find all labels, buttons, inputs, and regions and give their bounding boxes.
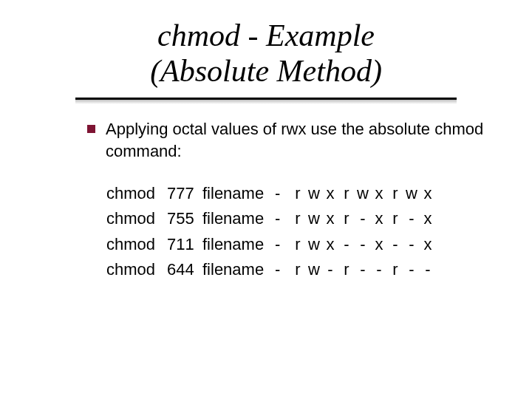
cmd-text: chmod bbox=[106, 206, 167, 231]
file-text: filename bbox=[202, 181, 275, 206]
example-row: chmod 755 filename - r w x r - x r - x bbox=[106, 206, 497, 231]
file-text: filename bbox=[202, 232, 275, 257]
perm-char: r bbox=[338, 257, 355, 282]
perm-char: r bbox=[290, 206, 306, 231]
perm-char: x bbox=[322, 206, 338, 231]
perm-char: w bbox=[403, 181, 420, 206]
perm-char: r bbox=[387, 257, 403, 282]
lead-text: Applying octal values of rwx use the abs… bbox=[106, 118, 497, 162]
perm-char: w bbox=[306, 257, 322, 282]
type-dash: - bbox=[275, 232, 290, 257]
title-line-2: (Absolute Method) bbox=[150, 54, 382, 88]
type-dash: - bbox=[275, 206, 290, 231]
lead-bullet-row: Applying octal values of rwx use the abs… bbox=[87, 118, 497, 162]
slide-title: chmod - Example (Absolute Method) bbox=[0, 18, 532, 89]
perm-char: w bbox=[355, 181, 371, 206]
example-row: chmod 711 filename - r w x - - x - - x bbox=[106, 232, 497, 257]
perm-char: x bbox=[322, 232, 338, 257]
perm-char: w bbox=[306, 206, 322, 231]
perm-char: r bbox=[338, 181, 355, 206]
perm-char: x bbox=[371, 206, 387, 231]
perm-char: x bbox=[322, 181, 338, 206]
perm-char: - bbox=[355, 206, 371, 231]
perm-char: w bbox=[306, 181, 322, 206]
perm-char: - bbox=[403, 257, 420, 282]
perm-char: - bbox=[403, 232, 420, 257]
perm-char: x bbox=[420, 206, 436, 231]
slide: chmod - Example (Absolute Method) Applyi… bbox=[0, 0, 532, 399]
perm-char: - bbox=[338, 232, 355, 257]
perm-char: r bbox=[290, 257, 306, 282]
examples-block: chmod 777 filename - r w x r w x r w x c… bbox=[106, 181, 497, 282]
mode-text: 711 bbox=[167, 232, 202, 257]
perm-char: r bbox=[387, 181, 403, 206]
slide-body: Applying octal values of rwx use the abs… bbox=[87, 118, 497, 282]
perm-char: r bbox=[290, 232, 306, 257]
perm-char: - bbox=[403, 206, 420, 231]
bullet-icon bbox=[87, 125, 95, 133]
mode-text: 755 bbox=[167, 206, 202, 231]
type-dash: - bbox=[275, 181, 290, 206]
perm-char: - bbox=[387, 232, 403, 257]
perm-char: r bbox=[387, 206, 403, 231]
perm-char: - bbox=[322, 257, 338, 282]
example-row: chmod 777 filename - r w x r w x r w x bbox=[106, 181, 497, 206]
cmd-text: chmod bbox=[106, 232, 167, 257]
mode-text: 644 bbox=[167, 257, 202, 282]
perm-char: - bbox=[371, 257, 387, 282]
mode-text: 777 bbox=[167, 181, 202, 206]
file-text: filename bbox=[202, 206, 275, 231]
perm-char: x bbox=[420, 181, 436, 206]
perm-char: r bbox=[290, 181, 306, 206]
perm-char: w bbox=[306, 232, 322, 257]
title-underline bbox=[75, 98, 457, 100]
example-row: chmod 644 filename - r w - r - - r - - bbox=[106, 257, 497, 282]
perm-char: x bbox=[420, 232, 436, 257]
type-dash: - bbox=[275, 257, 290, 282]
perm-char: x bbox=[371, 181, 387, 206]
cmd-text: chmod bbox=[106, 181, 167, 206]
title-line-1: chmod - Example bbox=[157, 18, 375, 52]
file-text: filename bbox=[202, 257, 275, 282]
cmd-text: chmod bbox=[106, 257, 167, 282]
perm-char: - bbox=[355, 232, 371, 257]
perm-char: - bbox=[355, 257, 371, 282]
perm-char: - bbox=[420, 257, 436, 282]
perm-char: r bbox=[338, 206, 355, 231]
perm-char: x bbox=[371, 232, 387, 257]
